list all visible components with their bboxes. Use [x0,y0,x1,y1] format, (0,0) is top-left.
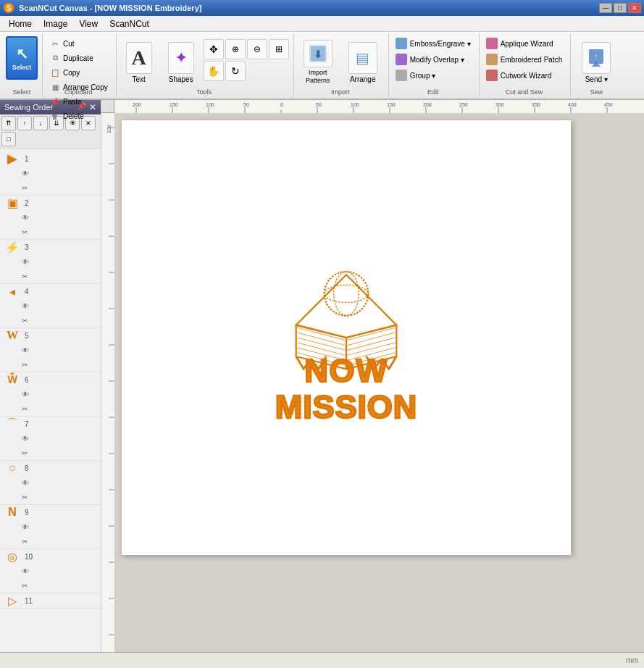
sewing-row-5-main[interactable]: W 5 [0,328,101,343]
zoom-out-button[interactable]: ⊖ [247,39,267,59]
scissors-icon-7[interactable]: ✂ [22,449,28,457]
zoom-in-button[interactable]: ⊕ [225,39,246,59]
sewing-num-1: 1 [25,155,29,163]
sewing-num-3: 3 [25,243,29,251]
eye-icon-6[interactable]: 👁 [22,391,29,398]
sewing-item-11: ▷ 11 [0,593,101,609]
sewing-row-7-scissors[interactable]: ✂ [0,446,101,460]
fit-button[interactable]: ⊞ [269,39,289,59]
sewing-row-6-eye[interactable]: 👁 [0,387,101,401]
cutwork-wizard-button[interactable]: Cutwork Wizard [482,68,566,83]
eye-icon-4[interactable]: 👁 [22,302,29,310]
text-button[interactable]: A Text [120,36,159,88]
menu-image[interactable]: Image [38,17,73,30]
scissors-icon-6[interactable]: ✂ [22,405,28,413]
sewing-row-8-eye[interactable]: 👁 [0,475,101,490]
window-title: ScanNCut Canvas - [NOW MISSION Embroider… [19,4,599,12]
tools-small-buttons: ✥ ⊕ ⊖ ⊞ ✋ ↻ [204,36,289,81]
sewing-row-5-eye[interactable]: 👁 [0,343,101,357]
sewing-row-7-main[interactable]: ⌒ 7 [0,417,101,431]
eye-icon-7[interactable]: 👁 [22,435,29,443]
scissors-icon-8[interactable]: ✂ [22,493,28,501]
eye-icon-5[interactable]: 👁 [22,346,29,354]
eye-icon-9[interactable]: 👁 [22,523,29,531]
clipboard-group-label: clipboard [64,88,93,96]
scissors-icon-4[interactable]: ✂ [22,317,28,325]
sewing-row-5-scissors[interactable]: ✂ [0,357,101,372]
svg-text:50: 50 [243,102,249,107]
sewing-row-7-eye[interactable]: 👁 [0,431,101,446]
sewing-list: ▶ 1 👁 ✂ ▣ 2 👁 ✂ [0,149,101,652]
minimize-button[interactable]: — [599,3,612,13]
sewing-num-5: 5 [25,332,29,340]
eye-icon-1[interactable]: 👁 [22,170,29,178]
sewing-row-4-eye[interactable]: 👁 [0,298,101,313]
panel-settings-button[interactable]: □ [1,132,16,146]
menu-home[interactable]: Home [3,17,38,30]
sewing-row-8-main[interactable]: ○ 8 [0,461,101,475]
modify-overlap-button[interactable]: Modify Overlap ▾ [392,52,474,67]
applique-wizard-button[interactable]: Applique Wizard [482,36,566,51]
paste-icon: 📌 [49,96,61,107]
move-top-button[interactable]: ⇈ [1,116,16,130]
sewing-row-8-scissors[interactable]: ✂ [0,490,101,504]
sewing-row-6-main[interactable]: W̃ 6 [0,372,101,387]
sewing-row-4-scissors[interactable]: ✂ [0,313,101,327]
import-button[interactable]: ⬇ ImportPatterns [297,36,339,88]
select-label: Select [12,64,32,71]
sewing-row-3-main[interactable]: ⚡ 3 [0,240,101,254]
emboss-engrave-button[interactable]: Emboss/Engrave ▾ [392,36,474,51]
sewing-row-9-main[interactable]: N 9 [0,505,101,519]
menu-view[interactable]: View [73,17,104,30]
scissors-icon-10[interactable]: ✂ [22,582,28,590]
eye-icon-10[interactable]: 👁 [22,567,29,575]
sewing-row-1-eye[interactable]: 👁 [0,166,101,180]
window-controls[interactable]: — □ ✕ [599,3,641,13]
rotate-button[interactable]: ↻ [225,61,246,81]
sewing-row-6-scissors[interactable]: ✂ [0,401,101,416]
scissors-icon-5[interactable]: ✂ [22,361,28,369]
sewing-row-11-main[interactable]: ▷ 11 [0,593,101,608]
scissors-icon-2[interactable]: ✂ [22,228,28,236]
eye-icon-3[interactable]: 👁 [22,258,29,266]
pan-button[interactable]: ✋ [204,61,224,81]
scissors-icon-3[interactable]: ✂ [22,272,28,280]
send-button[interactable]: ↑ Send ▾ [575,36,617,88]
select-button[interactable]: ↖ Select [6,36,38,80]
duplicate-button[interactable]: ⧉ Duplicate [46,51,112,65]
move-up-button[interactable]: ↑ [17,116,32,130]
sewing-row-3-scissors[interactable]: ✂ [0,269,101,283]
sewing-row-1-main[interactable]: ▶ 1 [0,151,101,166]
shapes-button[interactable]: ✦ Shapes [162,36,201,88]
sewing-row-2-scissors[interactable]: ✂ [0,225,101,239]
sewing-row-10-eye[interactable]: 👁 [0,564,101,578]
close-button[interactable]: ✕ [628,3,641,13]
sewing-row-2-eye[interactable]: 👁 [0,210,101,225]
copy-button[interactable]: 📋 Copy [46,65,112,80]
group-button[interactable]: Group ▾ [392,68,474,83]
coordinates: mm [626,656,638,664]
cut-button[interactable]: ✂ Cut [46,36,112,51]
pan-icon: ✋ [207,65,219,77]
sewing-row-4-main[interactable]: ◂ 4 [0,284,101,298]
arrange-button[interactable]: ▤ Arrange [342,36,384,88]
move-button[interactable]: ✥ [204,39,224,59]
sewing-row-10-main[interactable]: ◎ 10 [0,549,101,564]
sewing-shape-4: ◂ [3,285,22,298]
scissors-icon-1[interactable]: ✂ [22,184,28,192]
design-canvas[interactable]: NOW NOW NOW MISSION [122,120,571,555]
eye-icon-2[interactable]: 👁 [22,214,29,222]
embroidered-patch-button[interactable]: Embroidered Patch [482,52,566,67]
sewing-row-1-scissors[interactable]: ✂ [0,180,101,195]
sewing-row-2-main[interactable]: ▣ 2 [0,196,101,210]
menu-scanncut[interactable]: ScanNCut [104,17,155,30]
sewing-row-3-eye[interactable]: 👁 [0,254,101,269]
sewing-row-9-eye[interactable]: 👁 [0,519,101,534]
canvas-area[interactable]: 200 150 100 50 0 50 100 150 200 [101,100,644,652]
eye-icon-8[interactable]: 👁 [22,479,29,487]
scissors-icon-9[interactable]: ✂ [22,538,28,546]
sewing-row-10-scissors[interactable]: ✂ [0,578,101,593]
maximize-button[interactable]: □ [614,3,627,13]
sewing-item-6: W̃ 6 👁 ✂ [0,372,101,417]
sewing-row-9-scissors[interactable]: ✂ [0,534,101,548]
